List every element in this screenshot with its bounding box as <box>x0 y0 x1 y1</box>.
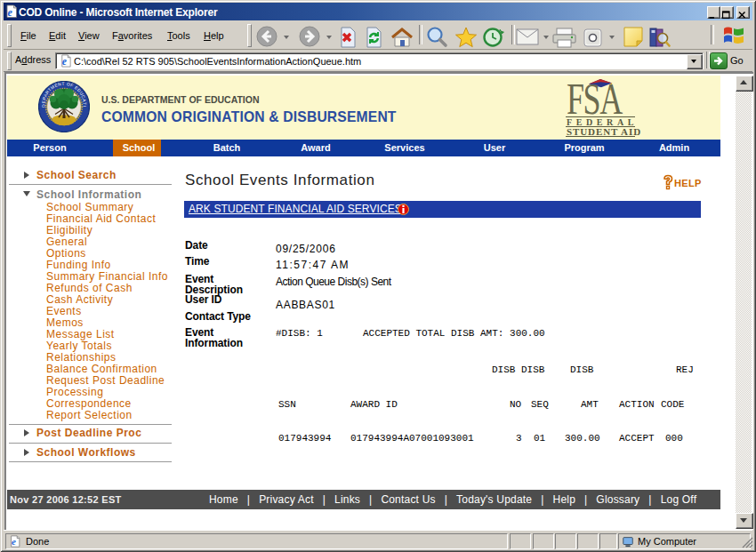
svg-text:e: e <box>12 536 16 547</box>
svg-text:e: e <box>7 6 12 19</box>
svg-text:e: e <box>62 56 67 68</box>
